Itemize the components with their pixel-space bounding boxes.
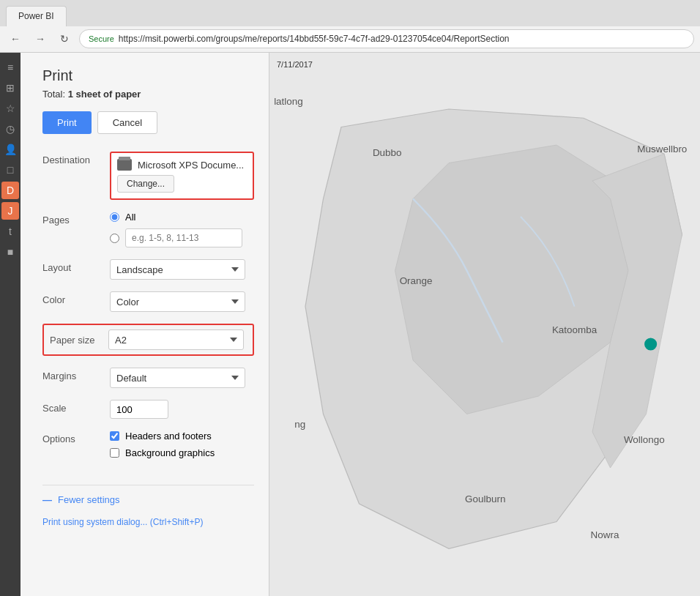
margins-row: Margins Default None Minimum bbox=[42, 368, 254, 388]
pages-label: Pages bbox=[42, 212, 101, 226]
sidebar-icon-user[interactable]: 👤 bbox=[1, 141, 19, 158]
print-dialog: Print Total: 1 sheet of paper Print Canc… bbox=[21, 53, 269, 596]
city-label-ng: ng bbox=[294, 419, 305, 430]
sidebar-icon-reports[interactable]: □ bbox=[1, 161, 19, 179]
pages-custom-input[interactable] bbox=[125, 228, 242, 247]
refresh-button[interactable]: ↻ bbox=[56, 31, 73, 46]
options-row: Options Headers and footers Background g… bbox=[42, 431, 254, 464]
color-select[interactable]: Black and white Color bbox=[110, 291, 245, 312]
scale-input[interactable] bbox=[110, 400, 168, 419]
pages-custom-radio[interactable] bbox=[110, 234, 119, 243]
bg-graphics-row: Background graphics bbox=[110, 447, 254, 458]
main-area: ≡ ⊞ ☆ ◷ 👤 □ D J t ■ Print Total: 1 sheet… bbox=[0, 53, 700, 596]
print-button[interactable]: Print bbox=[42, 111, 92, 134]
bg-graphics-checkbox[interactable] bbox=[110, 448, 119, 458]
headers-footers-checkbox[interactable] bbox=[110, 431, 119, 441]
tab-label: Power BI bbox=[18, 11, 54, 21]
tab-bar: Power BI bbox=[0, 0, 700, 26]
map-marker bbox=[644, 338, 657, 350]
url-display: https://msit.powerbi.com/groups/me/repor… bbox=[119, 34, 510, 44]
layout-select[interactable]: Portrait Landscape bbox=[110, 259, 245, 280]
total-value: 1 sheet of paper bbox=[68, 89, 141, 100]
pages-row: Pages All bbox=[42, 212, 254, 247]
paper-size-highlighted-row: Paper size Letter A4 A2 Legal bbox=[42, 324, 254, 356]
pages-all-label: All bbox=[125, 212, 135, 223]
map-svg: Dubbo Muswellbro Orange Katoomba Wollong… bbox=[269, 53, 700, 596]
headers-footers-row: Headers and footers bbox=[110, 431, 254, 442]
scale-control bbox=[110, 400, 254, 419]
pages-control: All bbox=[110, 212, 254, 247]
color-label: Color bbox=[42, 291, 101, 305]
sidebar-icon-t[interactable]: t bbox=[1, 223, 19, 240]
margins-control: Default None Minimum bbox=[110, 368, 254, 388]
layout-control: Portrait Landscape bbox=[110, 259, 254, 280]
destination-box: Microsoft XPS Docume... Change... bbox=[110, 152, 254, 200]
sidebar-icon-recent[interactable]: ◷ bbox=[1, 120, 19, 138]
bg-graphics-label: Background graphics bbox=[125, 447, 215, 458]
city-label-goulburn: Goulburn bbox=[465, 493, 505, 504]
map-area: 7/11/2017 Dubbo Muswellbro Orange Katoom… bbox=[269, 53, 700, 596]
divider bbox=[42, 485, 254, 485]
print-title: Print bbox=[42, 67, 254, 84]
destination-control: Microsoft XPS Docume... Change... bbox=[110, 152, 254, 200]
margins-select[interactable]: Default None Minimum bbox=[110, 368, 245, 388]
pages-all-row: All bbox=[110, 212, 254, 223]
paper-size-select[interactable]: Letter A4 A2 Legal bbox=[108, 329, 244, 350]
color-row: Color Black and white Color bbox=[42, 291, 254, 312]
left-sidebar: ≡ ⊞ ☆ ◷ 👤 □ D J t ■ bbox=[0, 53, 21, 596]
sidebar-icon-j[interactable]: J bbox=[1, 202, 19, 220]
sidebar-icon-star[interactable]: ☆ bbox=[1, 100, 19, 117]
pages-all-radio[interactable] bbox=[110, 212, 119, 222]
sidebar-icon-grid[interactable]: ⊞ bbox=[1, 79, 19, 97]
destination-info-row: Microsoft XPS Docume... bbox=[117, 159, 247, 171]
browser-chrome: Power BI ← → ↻ Secure https://msit.power… bbox=[0, 0, 700, 53]
scale-row: Scale bbox=[42, 400, 254, 419]
change-destination-button[interactable]: Change... bbox=[117, 175, 174, 193]
destination-name: Microsoft XPS Docume... bbox=[138, 160, 244, 171]
print-actions: Print Cancel bbox=[42, 111, 254, 134]
cancel-button[interactable]: Cancel bbox=[97, 111, 157, 134]
fewer-settings-toggle[interactable]: — Fewer settings bbox=[42, 494, 254, 505]
fewer-settings-label: Fewer settings bbox=[58, 494, 120, 505]
print-total: Total: 1 sheet of paper bbox=[42, 89, 254, 100]
printer-icon bbox=[117, 159, 132, 171]
city-label-muswellbrook: Muswellbro bbox=[637, 144, 687, 154]
address-input-container[interactable]: Secure https://msit.powerbi.com/groups/m… bbox=[79, 29, 694, 48]
destination-row: Destination Microsoft XPS Docume... Chan… bbox=[42, 152, 254, 200]
scale-label: Scale bbox=[42, 400, 101, 414]
headers-footers-label: Headers and footers bbox=[125, 431, 212, 442]
pages-custom-row bbox=[110, 228, 254, 247]
margins-label: Margins bbox=[42, 368, 101, 381]
system-dialog-link[interactable]: Print using system dialog... (Ctrl+Shift… bbox=[42, 517, 254, 527]
sidebar-icon-menu[interactable]: ≡ bbox=[1, 59, 19, 76]
city-label-wollongong: Wollongo bbox=[624, 434, 665, 445]
map-date: 7/11/2017 bbox=[277, 60, 313, 69]
options-label: Options bbox=[42, 431, 101, 444]
city-label-dubbo: Dubbo bbox=[373, 147, 402, 158]
fewer-settings-icon: — bbox=[42, 494, 52, 505]
city-label-nowra: Nowra bbox=[591, 529, 619, 540]
secure-badge: Secure bbox=[89, 34, 114, 43]
layout-row: Layout Portrait Landscape bbox=[42, 259, 254, 280]
layout-label: Layout bbox=[42, 259, 101, 273]
city-label-katoomba: Katoomba bbox=[552, 324, 597, 335]
active-tab[interactable]: Power BI bbox=[6, 6, 67, 26]
latlong-label: latlong bbox=[274, 96, 303, 107]
back-button[interactable]: ← bbox=[6, 31, 25, 46]
address-bar: ← → ↻ Secure https://msit.powerbi.com/gr… bbox=[0, 26, 700, 53]
options-control: Headers and footers Background graphics bbox=[110, 431, 254, 464]
destination-label: Destination bbox=[42, 152, 101, 165]
total-label: Total: bbox=[42, 89, 68, 100]
sidebar-icon-d[interactable]: D bbox=[1, 182, 19, 199]
city-label-orange: Orange bbox=[400, 275, 433, 286]
paper-size-label: Paper size bbox=[50, 335, 100, 346]
forward-button[interactable]: → bbox=[31, 31, 50, 46]
sidebar-icon-square[interactable]: ■ bbox=[1, 243, 19, 261]
color-control: Black and white Color bbox=[110, 291, 254, 312]
